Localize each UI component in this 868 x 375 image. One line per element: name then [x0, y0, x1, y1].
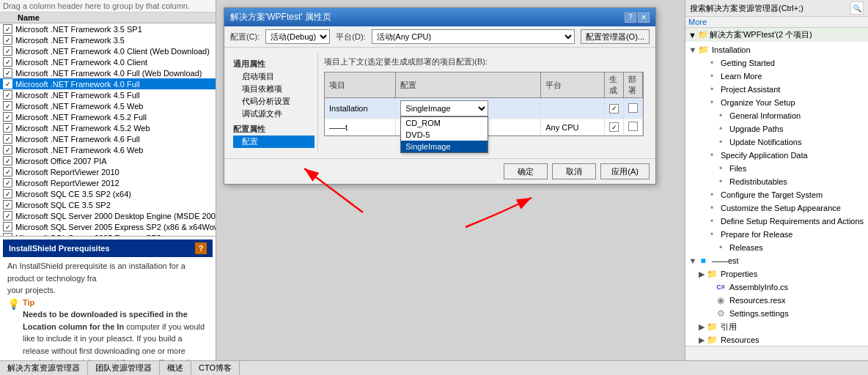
list-item[interactable]: Microsoft .NET Framework 4.5 Web	[0, 100, 216, 111]
tree-node[interactable]: •Update Notifications	[685, 135, 868, 149]
apply-button[interactable]: 应用(A)	[600, 163, 650, 179]
deploy-checkbox-1[interactable]	[628, 103, 638, 113]
prereq-checkbox[interactable]	[3, 24, 12, 34]
tree-node[interactable]: ▶📁Properties	[685, 267, 868, 281]
prereq-checkbox[interactable]	[3, 222, 12, 231]
tree-node[interactable]: C#AssemblyInfo.cs	[685, 281, 868, 294]
list-item[interactable]: Microsoft .NET Framework 4.5 Full	[0, 89, 216, 100]
prereq-checkbox[interactable]	[3, 134, 12, 144]
dialog-close-btn[interactable]: ✕	[638, 12, 650, 23]
prereq-checkbox[interactable]	[3, 200, 12, 209]
list-item[interactable]: Microsoft .NET Framework 4.0 Client	[0, 56, 216, 67]
platform-select[interactable]: 活动(Any CPU)	[372, 29, 575, 44]
build-checkbox-2[interactable]	[609, 122, 619, 132]
more-row: More	[685, 17, 868, 28]
list-item[interactable]: Microsoft .NET Framework 4.5.2 Web	[0, 122, 216, 133]
list-item[interactable]: Microsoft .NET Framework 4.0 Full	[0, 78, 216, 89]
list-item[interactable]: Microsoft SQL Server 2000 Desktop Engine…	[0, 210, 216, 221]
dropdown-item-singleimage[interactable]: SingleImage	[401, 141, 488, 152]
tree-node[interactable]: •General Information	[685, 109, 868, 122]
prereq-checkbox[interactable]	[3, 189, 12, 198]
prereq-checkbox[interactable]	[3, 211, 12, 220]
tree-node[interactable]: ▶📁Resources	[685, 333, 868, 346]
cancel-button[interactable]: 取消	[552, 163, 596, 179]
tree-node[interactable]: •Define Setup Requirements and Actions	[685, 215, 868, 228]
tree-node[interactable]: •Redistributables	[685, 175, 868, 188]
prereq-checkbox[interactable]	[3, 35, 12, 45]
bottom-info-panel: InstallShield Prerequisites ? An Install…	[0, 236, 216, 360]
prereq-checkbox[interactable]	[3, 145, 12, 155]
list-item[interactable]: Microsoft Office 2007 PIA	[0, 155, 216, 166]
project-label: 项目上下文(选定要生成或部署的项目配置)(B):	[324, 56, 644, 67]
bottom-tab[interactable]: 团队资源管理器	[88, 361, 160, 375]
prereq-checkbox[interactable]	[3, 123, 12, 133]
dropdown-item-cdrom[interactable]: CD_ROM	[401, 117, 488, 129]
tree-node[interactable]: •Getting Started	[685, 56, 868, 70]
tree-node[interactable]: •Configure the Target System	[685, 188, 868, 201]
tree-node[interactable]: •Files	[685, 162, 868, 175]
list-item[interactable]: Microsoft .NET Framework 4.6 Web	[0, 144, 216, 155]
bottom-tab[interactable]: CTO博客	[191, 361, 240, 375]
config-select[interactable]: 活动(Debug)	[265, 29, 330, 44]
list-item[interactable]: Microsoft .NET Framework 4.6 Full	[0, 133, 216, 144]
tree-child-item[interactable]: 项目依赖项	[233, 83, 315, 95]
dialog-help-btn[interactable]: ?	[625, 12, 636, 23]
tree-expand-icon: ▶	[697, 335, 706, 345]
list-item[interactable]: Microsoft ReportViewer 2012	[0, 177, 216, 188]
tree-node[interactable]: ▶📁引用	[685, 320, 868, 333]
project-table-container: 项目 配置 平台 生成 部署	[324, 72, 644, 136]
prereq-checkbox[interactable]	[3, 156, 12, 166]
tree-child-item[interactable]: 调试源文件	[233, 108, 315, 120]
prereq-label: Microsoft SQL CE 3.5 SP2	[15, 201, 111, 209]
prereq-checkbox[interactable]	[3, 178, 12, 188]
prereq-checkbox[interactable]	[3, 112, 12, 122]
build-checkbox-1[interactable]	[609, 104, 619, 114]
tree-node[interactable]: •Prepare for Release	[685, 228, 868, 241]
list-item[interactable]: Microsoft SQL Server 2005 Express SP2 (x…	[0, 221, 216, 232]
list-item[interactable]: Microsoft SQL CE 3.5 SP2	[0, 199, 216, 210]
list-item[interactable]: Microsoft ReportViewer 2010	[0, 166, 216, 177]
installshield-header: InstallShield Prerequisites ?	[3, 240, 213, 257]
prereq-label: Microsoft SQL Server 2005 Express SP2 (x…	[15, 223, 216, 231]
bottom-tab[interactable]: 概述	[160, 361, 191, 375]
prereq-checkbox[interactable]	[3, 167, 12, 177]
tree-node[interactable]: •Upgrade Paths	[685, 122, 868, 135]
list-item[interactable]: Microsoft .NET Framework 3.5 SP1	[0, 23, 216, 34]
list-item[interactable]: Microsoft .NET Framework 4.5.2 Full	[0, 111, 216, 122]
tree-node[interactable]: •Learn More	[685, 70, 868, 83]
tree-node[interactable]: ◉Resources.resx	[685, 294, 868, 307]
prereq-checkbox[interactable]	[3, 101, 12, 111]
dropdown-item-dvd5[interactable]: DVD-5	[401, 129, 488, 141]
node-label: Getting Started	[721, 59, 775, 67]
tree-node[interactable]: •Specify Application Data	[685, 149, 868, 162]
tree-group-label: 通用属性	[233, 58, 315, 70]
tree-node[interactable]: •Customize the Setup Appearance	[685, 201, 868, 215]
config-mgr-button[interactable]: 配置管理器(O)...	[581, 29, 650, 44]
config-dropdown[interactable]: SingleImage CD_ROM DVD-5	[400, 100, 488, 116]
list-item[interactable]: Microsoft .NET Framework 4.0 Full (Web D…	[0, 67, 216, 78]
list-item[interactable]: Microsoft .NET Framework 3.5	[0, 34, 216, 45]
deploy-checkbox-2[interactable]	[628, 122, 638, 131]
bottom-tab[interactable]: 解决方案资源管理器	[0, 361, 88, 375]
tree-child-item[interactable]: 配置	[233, 135, 315, 148]
tree-expand-icon: ▶	[697, 270, 706, 279]
prereq-checkbox[interactable]	[3, 57, 12, 67]
list-item[interactable]: Microsoft SQL CE 3.5 SP2 (x64)	[0, 188, 216, 199]
prereq-checkbox[interactable]	[3, 46, 12, 56]
checkbox-header	[3, 13, 15, 22]
tree-node[interactable]: •Releases	[685, 241, 868, 254]
col-build: 生成	[605, 73, 624, 98]
tree-child-item[interactable]: 代码分析设置	[233, 95, 315, 108]
ok-button[interactable]: 确定	[504, 163, 548, 179]
prereq-checkbox[interactable]	[3, 68, 12, 78]
tree-node[interactable]: ▼📁Installation	[685, 43, 868, 56]
tree-node[interactable]: •Organize Your Setup	[685, 96, 868, 109]
list-item[interactable]: Microsoft .NET Framework 4.0 Client (Web…	[0, 45, 216, 56]
prereq-checkbox[interactable]	[3, 90, 12, 100]
tree-node[interactable]: ⚙Settings.settings	[685, 307, 868, 320]
tree-node[interactable]: •Project Assistant	[685, 83, 868, 96]
tree-child-item[interactable]: 启动项目	[233, 70, 315, 83]
tree-node[interactable]: ▼■——est	[685, 254, 868, 267]
prereq-checkbox[interactable]	[3, 79, 12, 89]
tip-label: Tip	[23, 298, 34, 307]
